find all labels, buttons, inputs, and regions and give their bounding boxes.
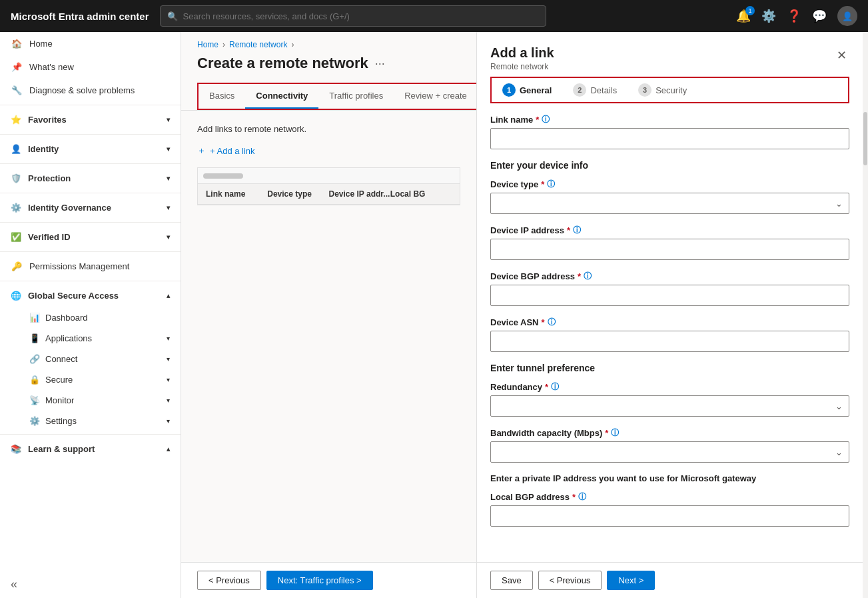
sidebar-collapse-button[interactable]: « xyxy=(0,571,181,598)
settings-icon[interactable]: ⚙️ xyxy=(761,9,776,23)
sidebar-item-verified-id[interactable]: ✅ Verified ID ▾ xyxy=(0,225,181,249)
device-asn-label: Device ASN * ⓘ xyxy=(490,317,849,328)
tab-basics[interactable]: Basics xyxy=(199,84,245,109)
sidebar-item-global-secure-access[interactable]: 🌐 Global Secure Access ▴ xyxy=(0,284,181,307)
search-input[interactable] xyxy=(183,11,539,21)
device-asn-info-icon[interactable]: ⓘ xyxy=(548,317,556,328)
add-link-button[interactable]: ＋ + Add a link xyxy=(197,145,460,157)
bandwidth-label: Bandwidth capacity (Mbps) * ⓘ xyxy=(490,427,849,439)
notification-badge: 1 xyxy=(745,6,755,15)
panel-tab-details-label: Details xyxy=(590,85,617,95)
device-asn-group: Device ASN * ⓘ xyxy=(490,317,849,352)
chevron-down-icon: ▾ xyxy=(167,397,170,404)
star-icon: ⭐ xyxy=(11,115,21,125)
tab-review-create[interactable]: Review + create xyxy=(394,84,476,109)
chevron-down-icon: ▾ xyxy=(167,175,170,182)
sidebar-item-secure[interactable]: 🔒 Secure ▾ xyxy=(0,369,181,390)
sidebar-item-protection[interactable]: 🛡️ Protection ▾ xyxy=(0,167,181,190)
help-icon[interactable]: ❓ xyxy=(787,9,801,23)
key-icon: 🔑 xyxy=(11,261,23,271)
required-indicator: * xyxy=(605,428,608,438)
sidebar-item-identity[interactable]: 👤 Identity ▾ xyxy=(0,137,181,161)
device-asn-input[interactable] xyxy=(490,331,849,352)
sidebar-item-label: Protection xyxy=(28,173,71,183)
panel-body: Link name * ⓘ Enter your device info Dev… xyxy=(477,114,863,562)
panel-subtitle: Remote network xyxy=(490,62,554,71)
more-options-icon[interactable]: ··· xyxy=(375,57,385,71)
sidebar-item-home[interactable]: 🏠 Home xyxy=(0,32,181,55)
chevron-down-icon: ▾ xyxy=(167,355,170,363)
panel-tab-details[interactable]: 2 Details xyxy=(562,78,628,102)
local-bgp-group: Local BGP address * ⓘ xyxy=(490,491,849,527)
breadcrumb-remote-network[interactable]: Remote network xyxy=(229,40,287,49)
required-indicator: * xyxy=(542,317,545,327)
sidebar-item-settings[interactable]: ⚙️ Settings ▾ xyxy=(0,411,181,431)
col-local-bg: Local BG xyxy=(390,189,452,199)
page-header: Create a remote network ··· xyxy=(181,52,476,83)
tab-traffic-profiles[interactable]: Traffic profiles xyxy=(318,84,394,109)
device-type-group: Device type * ⓘ xyxy=(490,179,849,214)
tab-connectivity[interactable]: Connectivity xyxy=(245,84,318,109)
sidebar-item-label: Learn & support xyxy=(28,444,95,454)
panel-tab-general[interactable]: 1 General xyxy=(492,78,562,102)
divider xyxy=(0,281,181,281)
notifications-icon[interactable]: 🔔 1 xyxy=(736,9,751,23)
device-type-info-icon[interactable]: ⓘ xyxy=(547,179,555,190)
sidebar-item-connect[interactable]: 🔗 Connect ▾ xyxy=(0,349,181,369)
device-ip-info-icon[interactable]: ⓘ xyxy=(573,225,581,236)
bandwidth-select[interactable] xyxy=(490,441,849,463)
redundancy-info-icon[interactable]: ⓘ xyxy=(551,381,559,393)
redundancy-select[interactable] xyxy=(490,395,849,417)
panel-scrollbar[interactable] xyxy=(863,32,868,598)
next-button[interactable]: Next: Traffic profiles > xyxy=(266,571,373,590)
panel-prev-button[interactable]: < Previous xyxy=(538,571,602,590)
panel-close-button[interactable]: ✕ xyxy=(834,45,849,65)
sidebar-item-applications[interactable]: 📱 Applications ▾ xyxy=(0,328,181,349)
breadcrumb-sep2: › xyxy=(291,40,294,49)
bandwidth-info-icon[interactable]: ⓘ xyxy=(611,427,619,439)
search-bar[interactable]: 🔍 xyxy=(160,5,546,27)
link-name-input[interactable] xyxy=(490,128,849,149)
divider xyxy=(0,163,181,164)
link-name-label: Link name * ⓘ xyxy=(490,114,849,125)
required-indicator: * xyxy=(578,271,581,281)
col-device-ip: Device IP addr... xyxy=(329,189,390,199)
sidebar-item-favorites[interactable]: ⭐ Favorites ▾ xyxy=(0,108,181,131)
step-3-indicator: 3 xyxy=(638,83,651,97)
device-bgp-info-icon[interactable]: ⓘ xyxy=(584,271,592,282)
sidebar-item-learn-support[interactable]: 📚 Learn & support ▴ xyxy=(0,437,181,461)
local-bgp-input[interactable] xyxy=(490,505,849,527)
device-bgp-input[interactable] xyxy=(490,285,849,306)
link-name-info-icon[interactable]: ⓘ xyxy=(542,114,550,125)
save-button[interactable]: Save xyxy=(490,571,533,590)
content-area: Home › Remote network › Create a remote … xyxy=(181,32,476,598)
sidebar-item-dashboard[interactable]: 📊 Dashboard xyxy=(0,307,181,328)
breadcrumb-home[interactable]: Home xyxy=(197,40,218,49)
device-type-select[interactable] xyxy=(490,193,849,214)
sidebar-item-monitor[interactable]: 📡 Monitor ▾ xyxy=(0,390,181,411)
device-type-label: Device type * ⓘ xyxy=(490,179,849,190)
sidebar-item-diagnose[interactable]: 🔧 Diagnose & solve problems xyxy=(0,79,181,102)
device-bgp-label: Device BGP address * ⓘ xyxy=(490,271,849,282)
panel-tab-security[interactable]: 3 Security xyxy=(628,78,697,102)
bandwidth-select-wrapper xyxy=(490,441,849,463)
avatar[interactable]: 👤 xyxy=(837,6,857,26)
divider xyxy=(0,251,181,252)
device-ip-input[interactable] xyxy=(490,239,849,260)
scroll-thumb[interactable] xyxy=(203,173,243,179)
sidebar-sub-label: Connect xyxy=(45,354,77,364)
sidebar-item-whats-new[interactable]: 📌 What's new xyxy=(0,55,181,79)
feedback-icon[interactable]: 💬 xyxy=(812,9,827,23)
prev-button[interactable]: < Previous xyxy=(197,571,261,590)
local-bgp-info-icon[interactable]: ⓘ xyxy=(578,491,586,503)
panel-scroll-thumb[interactable] xyxy=(863,112,867,165)
sidebar-item-identity-governance[interactable]: ⚙️ Identity Governance ▾ xyxy=(0,196,181,219)
sidebar: 🏠 Home 📌 What's new 🔧 Diagnose & solve p… xyxy=(0,32,181,598)
sidebar-item-label: Identity Governance xyxy=(28,203,111,213)
sidebar-item-permissions-mgmt[interactable]: 🔑 Permissions Management xyxy=(0,255,181,278)
dashboard-icon: 📊 xyxy=(29,313,40,323)
page-title: Create a remote network xyxy=(197,55,368,72)
panel-next-button[interactable]: Next > xyxy=(607,571,655,590)
sidebar-sub-label: Secure xyxy=(45,375,73,385)
divider xyxy=(0,134,181,135)
